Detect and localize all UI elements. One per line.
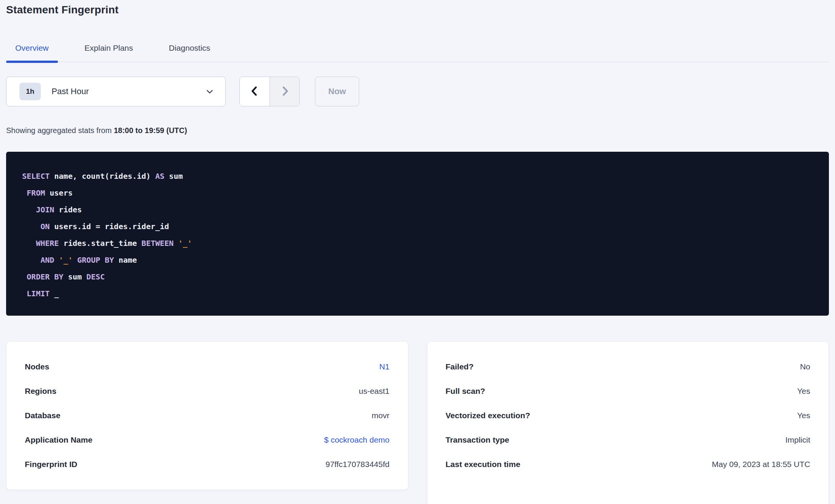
- next-time-button[interactable]: [270, 77, 299, 106]
- detail-row-nodes: NodesN1: [25, 355, 390, 379]
- tab-overview[interactable]: Overview: [6, 43, 58, 62]
- detail-label: Transaction type: [446, 435, 509, 445]
- detail-value: Yes: [797, 387, 810, 396]
- detail-row-full-scan: Full scan?Yes: [446, 379, 811, 403]
- detail-label: Database: [25, 411, 60, 420]
- detail-label: Regions: [25, 387, 56, 396]
- detail-row-regions: Regionsus-east1: [25, 379, 390, 403]
- time-controls: 1h Past Hour Now: [6, 77, 829, 106]
- detail-label: Vectorized execution?: [446, 411, 530, 420]
- stats-summary-range: 18:00 to 19:59 (UTC): [114, 126, 187, 135]
- detail-row-failed: Failed?No: [446, 355, 811, 379]
- time-range-badge: 1h: [19, 83, 41, 100]
- tab-explain-plans[interactable]: Explain Plans: [75, 43, 142, 62]
- detail-value-link[interactable]: $ cockroach demo: [324, 435, 390, 445]
- detail-cards: NodesN1Regionsus-east1DatabasemovrApplic…: [6, 341, 829, 504]
- sql-statement-text: SELECT name, count(rides.id) AS sum FROM…: [22, 168, 814, 302]
- stats-summary: Showing aggregated stats from 18:00 to 1…: [6, 126, 829, 135]
- detail-label: Fingerprint ID: [25, 460, 77, 469]
- tab-diagnostics[interactable]: Diagnostics: [160, 43, 220, 62]
- time-range-dropdown[interactable]: 1h Past Hour: [6, 77, 226, 106]
- detail-row-fingerprint-id: Fingerprint ID97ffc170783445fd: [25, 452, 390, 477]
- detail-label: Last execution time: [446, 460, 520, 469]
- chevron-down-icon: [205, 87, 215, 96]
- detail-label: Nodes: [25, 362, 49, 371]
- statement-details-card: NodesN1Regionsus-east1DatabasemovrApplic…: [6, 341, 408, 490]
- detail-value: us-east1: [359, 387, 390, 396]
- stats-summary-prefix: Showing aggregated stats from: [6, 126, 114, 135]
- detail-value: May 09, 2023 at 18:55 UTC: [712, 460, 810, 469]
- detail-row-last-execution-time: Last execution timeMay 09, 2023 at 18:55…: [446, 452, 811, 477]
- execution-attributes-card: Failed?NoFull scan?YesVectorized executi…: [427, 341, 829, 504]
- detail-row-transaction-type: Transaction typeImplicit: [446, 428, 811, 452]
- detail-label: Failed?: [446, 362, 474, 371]
- detail-row-vectorized-execution: Vectorized execution?Yes: [446, 403, 811, 428]
- tab-bar: OverviewExplain PlansDiagnostics: [6, 43, 829, 62]
- sql-statement-box: SELECT name, count(rides.id) AS sum FROM…: [6, 152, 829, 316]
- chevron-left-icon: [249, 84, 261, 99]
- detail-row-application-name: Application Name$ cockroach demo: [25, 428, 390, 452]
- page-title: Statement Fingerprint: [6, 0, 829, 16]
- prev-time-button[interactable]: [240, 77, 270, 106]
- now-button[interactable]: Now: [315, 77, 359, 106]
- detail-value: movr: [372, 411, 390, 420]
- detail-row-database: Databasemovr: [25, 403, 390, 428]
- detail-value-link[interactable]: N1: [379, 362, 390, 371]
- detail-label: Application Name: [25, 435, 92, 445]
- time-step-group: [239, 77, 300, 106]
- detail-value: Yes: [797, 411, 810, 420]
- time-range-label: Past Hour: [51, 87, 89, 96]
- chevron-right-icon: [279, 84, 291, 99]
- detail-value: 97ffc170783445fd: [326, 460, 390, 469]
- detail-value: No: [800, 362, 810, 371]
- detail-label: Full scan?: [446, 387, 485, 396]
- detail-value: Implicit: [785, 435, 810, 445]
